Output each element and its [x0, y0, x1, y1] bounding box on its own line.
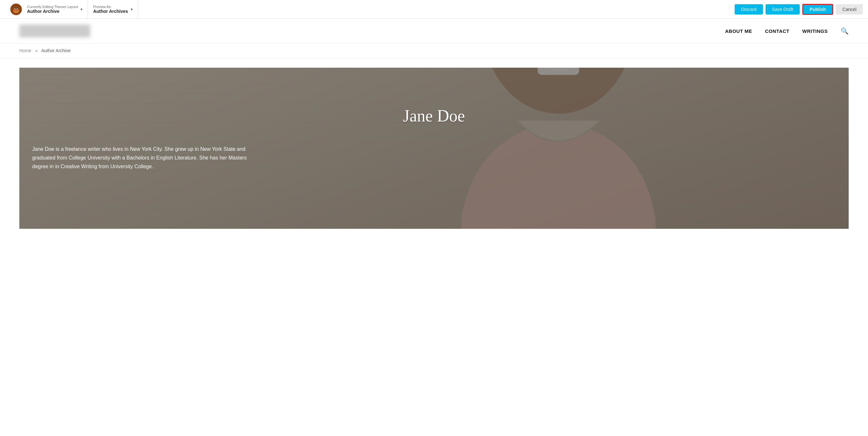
- logo-area: [10, 4, 27, 15]
- hero-content: Jane Doe Jane Doe is a freelance writer …: [19, 68, 849, 184]
- breadcrumb-home[interactable]: Home: [19, 48, 31, 53]
- breadcrumb-current: Author Archive: [41, 48, 70, 53]
- preview-label: Preview As:: [93, 5, 128, 9]
- save-draft-button[interactable]: Save Draft: [766, 4, 800, 14]
- search-icon[interactable]: 🔍: [841, 27, 849, 35]
- svg-rect-8: [17, 11, 18, 12]
- breadcrumb-separator: »: [35, 48, 38, 53]
- site-preview: ABOUT ME CONTACT WRITINGS 🔍 Home » Autho…: [0, 19, 868, 229]
- site-logo-blurred: [19, 25, 90, 37]
- preview-section: Preview As: Author Archives ▾: [88, 0, 138, 18]
- breadcrumb: Home » Author Archive: [0, 43, 868, 58]
- editing-section: Currently Editing Themer Layout Author A…: [5, 0, 88, 18]
- svg-point-4: [14, 8, 16, 9]
- editing-info: Currently Editing Themer Layout Author A…: [27, 5, 78, 14]
- preview-title: Author Archives: [93, 9, 128, 14]
- nav-link-writings[interactable]: WRITINGS: [802, 28, 828, 34]
- nav-link-about[interactable]: ABOUT ME: [725, 28, 752, 34]
- svg-rect-7: [15, 11, 16, 12]
- publish-button[interactable]: Publish: [802, 4, 834, 15]
- admin-bar-actions: Discard Save Draft Publish Cancel: [735, 4, 863, 15]
- nav-link-contact[interactable]: CONTACT: [765, 28, 789, 34]
- beaver-logo-icon: [10, 4, 22, 15]
- hero-bio: Jane Doe is a freelance writer who lives…: [19, 125, 277, 184]
- hero-section: Jane Doe Jane Doe is a freelance writer …: [19, 68, 849, 229]
- editing-title: Author Archive: [27, 9, 78, 14]
- discard-button[interactable]: Discard: [735, 4, 763, 14]
- svg-point-5: [17, 8, 18, 9]
- preview-dropdown-icon[interactable]: ▾: [131, 7, 133, 11]
- cancel-button[interactable]: Cancel: [836, 4, 863, 14]
- hero-name: Jane Doe: [19, 106, 849, 125]
- svg-point-9: [15, 9, 18, 10]
- admin-bar: Currently Editing Themer Layout Author A…: [0, 0, 868, 19]
- nav-links: ABOUT ME CONTACT WRITINGS 🔍: [725, 27, 849, 35]
- site-nav: ABOUT ME CONTACT WRITINGS 🔍: [0, 19, 868, 43]
- editing-label: Currently Editing Themer Layout: [27, 5, 78, 9]
- preview-info: Preview As: Author Archives: [93, 5, 128, 14]
- editing-dropdown-icon[interactable]: ▾: [81, 7, 83, 11]
